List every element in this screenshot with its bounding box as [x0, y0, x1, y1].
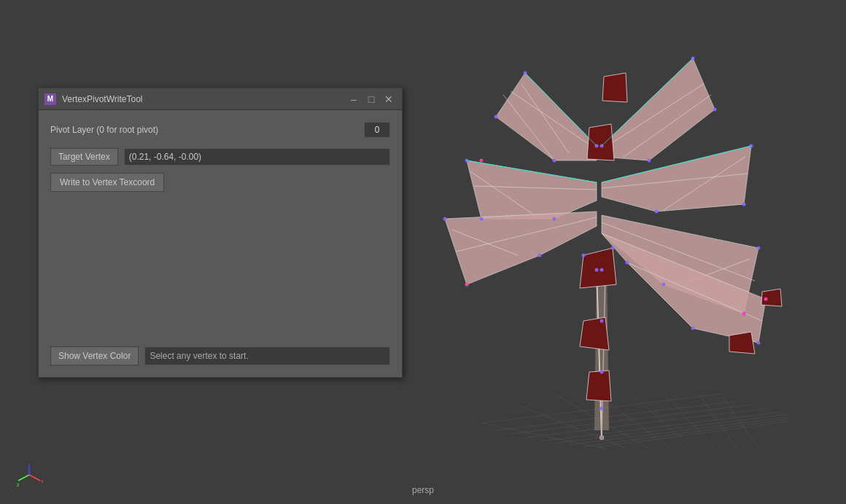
svg-point-51	[524, 71, 527, 75]
svg-point-61	[480, 217, 484, 221]
svg-line-33	[664, 157, 745, 210]
svg-point-86	[764, 298, 768, 301]
write-to-texcoord-button[interactable]: Write to Vertex Texcoord	[50, 173, 164, 192]
svg-line-26	[602, 84, 704, 150]
svg-line-12	[591, 390, 671, 449]
svg-marker-46	[761, 289, 782, 306]
svg-line-1	[496, 401, 737, 430]
svg-point-73	[600, 407, 604, 411]
svg-marker-48	[602, 73, 627, 102]
svg-point-19	[599, 435, 604, 440]
svg-line-13	[627, 390, 693, 449]
window-controls: – □ ✕	[346, 92, 396, 106]
close-button[interactable]: ✕	[381, 92, 396, 106]
svg-line-2	[511, 405, 751, 434]
svg-point-53	[713, 108, 717, 112]
svg-point-60	[757, 247, 761, 250]
svg-point-57	[465, 159, 469, 163]
svg-point-63	[742, 312, 746, 316]
viewport-label: persp	[412, 485, 434, 495]
svg-line-15	[700, 395, 737, 449]
svg-point-64	[757, 341, 761, 345]
maximize-button[interactable]: □	[364, 92, 379, 106]
svg-point-62	[742, 203, 746, 206]
target-vertex-row: Target Vertex	[50, 148, 390, 166]
svg-line-82	[602, 146, 751, 182]
status-field	[144, 346, 390, 365]
svg-point-66	[662, 283, 666, 287]
svg-line-30	[470, 171, 540, 219]
svg-line-14	[664, 392, 715, 449]
svg-line-7	[583, 419, 788, 446]
svg-line-39	[686, 259, 750, 283]
window-content: Pivot Layer (0 for root pivot) Target Ve…	[39, 110, 402, 377]
svg-marker-37	[602, 215, 758, 314]
svg-line-35	[456, 217, 597, 252]
target-vertex-button[interactable]: Target Vertex	[50, 148, 118, 166]
svg-line-5	[554, 414, 788, 443]
svg-line-79	[525, 73, 597, 146]
svg-line-36	[452, 230, 518, 255]
svg-marker-43	[580, 317, 609, 350]
svg-line-80	[602, 58, 693, 146]
svg-point-59	[443, 217, 447, 221]
svg-line-0	[481, 394, 722, 423]
minimize-button[interactable]: –	[346, 92, 361, 106]
svg-marker-21	[496, 73, 597, 160]
svg-line-23	[503, 95, 554, 160]
svg-point-65	[538, 254, 542, 257]
target-vertex-value[interactable]	[124, 148, 390, 166]
svg-point-76	[655, 210, 659, 214]
pivot-layer-row: Pivot Layer (0 for root pivot)	[50, 122, 390, 138]
svg-marker-42	[580, 248, 616, 288]
title-bar: M VertexPivotWriteTool – □ ✕	[39, 88, 402, 110]
plant-viewport	[408, 15, 795, 481]
svg-line-17	[597, 270, 602, 438]
svg-point-56	[648, 159, 651, 163]
svg-point-55	[553, 159, 556, 163]
svg-point-54	[494, 115, 498, 119]
svg-marker-25	[602, 58, 715, 160]
svg-point-52	[691, 57, 695, 61]
svg-point-68	[611, 247, 615, 250]
svg-line-22	[511, 91, 597, 150]
svg-marker-44	[586, 371, 611, 401]
svg-line-81	[467, 160, 597, 182]
show-vertex-color-button[interactable]: Show Vertex Color	[50, 346, 139, 365]
window-title: VertexPivotWriteTool	[62, 94, 341, 104]
svg-line-4	[540, 412, 780, 441]
svg-line-9	[481, 423, 605, 449]
svg-point-83	[480, 159, 484, 163]
svg-point-58	[750, 144, 753, 148]
svg-text:z: z	[17, 482, 20, 487]
svg-point-72	[600, 371, 604, 374]
svg-line-27	[624, 95, 711, 157]
svg-point-85	[465, 283, 469, 287]
svg-line-29	[474, 186, 597, 190]
svg-line-16	[722, 396, 758, 449]
svg-marker-45	[729, 332, 755, 354]
svg-line-8	[598, 422, 788, 447]
svg-line-11	[554, 394, 649, 449]
svg-marker-20	[594, 270, 609, 430]
svg-line-32	[602, 174, 748, 188]
svg-marker-47	[587, 124, 614, 160]
svg-line-3	[525, 408, 766, 438]
svg-text:x: x	[41, 478, 44, 484]
svg-point-74	[600, 436, 604, 440]
app-icon: M	[44, 93, 56, 105]
bottom-row: Show Vertex Color	[50, 344, 390, 365]
svg-point-49	[595, 144, 599, 148]
pivot-layer-label: Pivot Layer (0 for root pivot)	[50, 125, 158, 135]
svg-point-78	[691, 327, 695, 330]
svg-point-77	[626, 261, 629, 265]
svg-point-70	[600, 268, 604, 272]
svg-line-87	[29, 475, 40, 481]
svg-marker-34	[445, 212, 597, 284]
svg-line-10	[518, 405, 627, 449]
pivot-layer-input[interactable]	[364, 122, 390, 138]
tool-window: M VertexPivotWriteTool – □ ✕ Pivot Layer…	[38, 88, 403, 378]
svg-line-41	[627, 263, 762, 321]
svg-point-75	[553, 217, 556, 221]
svg-point-67	[582, 254, 586, 257]
